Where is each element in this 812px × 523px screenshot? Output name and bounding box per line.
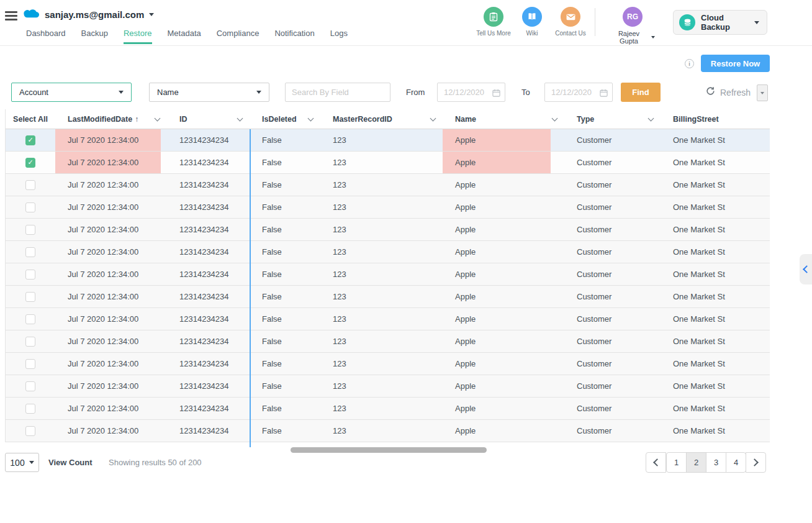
to-date-input[interactable] <box>544 83 613 102</box>
column-header-billingstreet[interactable]: BillingStreet <box>661 109 770 129</box>
cell-master-record-id: 123 <box>320 420 443 442</box>
chevron-down-icon[interactable] <box>237 116 243 122</box>
page-button-3[interactable]: 3 <box>706 452 726 473</box>
pagination-pages: 1234 <box>666 452 746 473</box>
chevron-down-icon[interactable] <box>552 116 558 122</box>
wiki-button[interactable]: Wiki <box>513 7 551 37</box>
table-row[interactable]: Jul 7 2020 12:34:0012314234234False123Ap… <box>6 286 770 308</box>
nav-tab-dashboard[interactable]: Dashboard <box>26 29 66 44</box>
row-checkbox-checked[interactable]: ✓ <box>25 135 35 145</box>
page-size-select[interactable]: 100 <box>5 453 39 472</box>
table-row[interactable]: Jul 7 2020 12:34:0012314234234False123Ap… <box>6 375 770 398</box>
nav-tab-metadata[interactable]: Metadata <box>168 29 201 44</box>
table-row[interactable]: Jul 7 2020 12:34:0012314234234False123Ap… <box>6 398 770 420</box>
quick-links: Tell Us More Wiki Contact Us <box>474 7 590 37</box>
refresh-button[interactable]: Refresh <box>706 84 751 101</box>
cell-id: 12314234234 <box>167 286 250 307</box>
header-divider <box>595 8 595 36</box>
table-row[interactable]: Jul 7 2020 12:34:0012314234234False123Ap… <box>6 308 770 330</box>
page-button-1[interactable]: 1 <box>666 452 687 473</box>
row-checkbox-checked[interactable]: ✓ <box>25 158 35 168</box>
table-row[interactable]: Jul 7 2020 12:34:0012314234234False123Ap… <box>6 263 770 286</box>
page-size-value: 100 <box>10 458 24 468</box>
cell-name: Apple <box>443 174 564 196</box>
info-icon[interactable]: i <box>685 59 694 68</box>
table-row[interactable]: Jul 7 2020 12:34:0012314234234False123Ap… <box>6 241 770 263</box>
from-date-input[interactable] <box>437 83 505 102</box>
row-checkbox[interactable] <box>25 426 35 436</box>
from-date-field <box>437 83 505 102</box>
column-header-select-all[interactable]: Select All <box>6 109 55 129</box>
find-button[interactable]: Find <box>621 83 661 102</box>
object-select[interactable]: Account <box>11 83 132 102</box>
row-checkbox[interactable] <box>25 404 35 414</box>
refresh-options-dropdown[interactable] <box>757 84 768 101</box>
cell-type: Customer <box>564 219 661 240</box>
cell-type: Customer <box>564 152 661 173</box>
next-page-button[interactable] <box>746 452 766 473</box>
org-account-dropdown[interactable]: sanjay.ms@gmail.com <box>45 9 154 20</box>
column-header-lastmodifieddate[interactable]: LastModifiedDate↑ <box>55 109 167 129</box>
cell-billing-street: One Market St <box>661 263 770 285</box>
page-button-2[interactable]: 2 <box>686 452 706 473</box>
row-checkbox[interactable] <box>25 359 35 369</box>
cell-is-deleted: False <box>250 420 320 442</box>
row-select-cell <box>6 398 55 419</box>
row-checkbox[interactable] <box>25 225 35 235</box>
to-date-field <box>544 83 613 102</box>
row-checkbox[interactable] <box>25 381 35 391</box>
cell-master-record-id: 123 <box>320 152 443 173</box>
table-row[interactable]: Jul 7 2020 12:34:0012314234234False123Ap… <box>6 219 770 241</box>
row-checkbox[interactable] <box>25 314 35 324</box>
cell-id: 12314234234 <box>167 129 250 151</box>
app-switcher-dropdown[interactable]: Cloud Backup <box>673 10 767 35</box>
horizontal-scrollbar-thumb[interactable] <box>291 447 487 453</box>
prev-page-button[interactable] <box>646 452 666 473</box>
column-header-isdeleted[interactable]: IsDeleted <box>250 109 320 129</box>
row-select-cell <box>6 241 55 263</box>
table-row[interactable]: Jul 7 2020 12:34:0012314234234False123Ap… <box>6 353 770 375</box>
row-checkbox[interactable] <box>25 270 35 280</box>
hamburger-menu-icon[interactable] <box>5 11 17 20</box>
chevron-down-icon[interactable] <box>308 116 314 122</box>
nav-tab-backup[interactable]: Backup <box>81 29 108 44</box>
table-row[interactable]: Jul 7 2020 12:34:0012314234234False123Ap… <box>6 420 770 442</box>
nav-tab-restore[interactable]: Restore <box>124 29 152 44</box>
cell-billing-street: One Market St <box>661 129 770 151</box>
table-row[interactable]: ✓Jul 7 2020 12:34:0012314234234False123A… <box>6 152 770 174</box>
row-checkbox[interactable] <box>25 247 35 257</box>
chevron-down-icon[interactable] <box>430 116 436 122</box>
table-row[interactable]: Jul 7 2020 12:34:0012314234234False123Ap… <box>6 330 770 353</box>
filter-row: Account Name From To Find Refresh <box>0 83 812 102</box>
cell-id: 12314234234 <box>167 330 250 352</box>
cell-type: Customer <box>564 196 661 218</box>
contact-us-button[interactable]: Contact Us <box>551 7 590 37</box>
column-header-name[interactable]: Name <box>443 109 564 129</box>
panel-expand-toggle[interactable] <box>800 254 812 284</box>
caret-down-icon <box>754 21 759 24</box>
nav-tab-compliance[interactable]: Compliance <box>217 29 259 44</box>
column-header-type[interactable]: Type <box>564 109 661 129</box>
chevron-down-icon[interactable] <box>648 116 654 122</box>
cell-master-record-id: 123 <box>320 398 443 419</box>
row-checkbox[interactable] <box>25 180 35 190</box>
cell-name: Apple <box>443 353 564 375</box>
chevron-down-icon[interactable] <box>155 116 161 122</box>
page-button-4[interactable]: 4 <box>726 452 746 473</box>
user-menu[interactable]: RG Rajeev Gupta <box>610 7 655 45</box>
restore-now-button[interactable]: Restore Now <box>701 55 770 72</box>
row-checkbox[interactable] <box>25 292 35 302</box>
row-checkbox[interactable] <box>25 337 35 347</box>
nav-tab-notification[interactable]: Notification <box>274 29 314 44</box>
table-row[interactable]: Jul 7 2020 12:34:0012314234234False123Ap… <box>6 196 770 219</box>
nav-tab-logs[interactable]: Logs <box>330 29 348 44</box>
table-row[interactable]: ✓Jul 7 2020 12:34:0012314234234False123A… <box>6 129 770 152</box>
search-input[interactable] <box>285 83 390 102</box>
cell-billing-street: One Market St <box>661 308 770 330</box>
field-select[interactable]: Name <box>149 83 269 102</box>
tell-us-more-button[interactable]: Tell Us More <box>474 7 513 37</box>
column-header-id[interactable]: ID <box>167 109 250 129</box>
table-row[interactable]: Jul 7 2020 12:34:0012314234234False123Ap… <box>6 174 770 196</box>
row-checkbox[interactable] <box>25 202 35 212</box>
column-header-masterrecordid[interactable]: MasterRecordID <box>320 109 443 129</box>
